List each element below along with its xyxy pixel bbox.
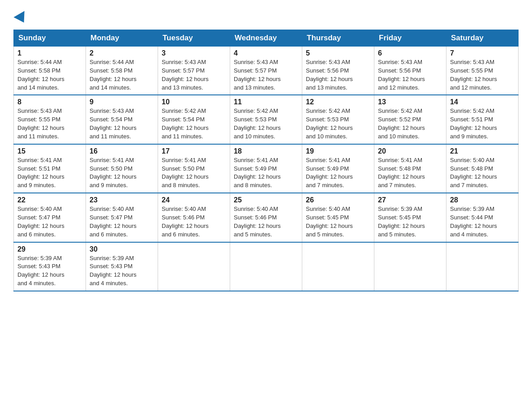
calendar-cell: 3Sunrise: 5:43 AM Sunset: 5:57 PM Daylig… bbox=[158, 47, 230, 95]
weekday-header-friday: Friday bbox=[374, 30, 446, 47]
day-number: 7 bbox=[450, 49, 515, 57]
calendar-cell: 13Sunrise: 5:42 AM Sunset: 5:52 PM Dayli… bbox=[374, 95, 446, 144]
day-info: Sunrise: 5:40 AM Sunset: 5:45 PM Dayligh… bbox=[306, 205, 370, 239]
day-info: Sunrise: 5:43 AM Sunset: 5:56 PM Dayligh… bbox=[306, 58, 370, 92]
day-info: Sunrise: 5:41 AM Sunset: 5:50 PM Dayligh… bbox=[90, 156, 154, 190]
day-info: Sunrise: 5:40 AM Sunset: 5:46 PM Dayligh… bbox=[234, 205, 298, 239]
day-number: 4 bbox=[234, 49, 298, 57]
day-info: Sunrise: 5:42 AM Sunset: 5:51 PM Dayligh… bbox=[450, 107, 515, 141]
day-number: 3 bbox=[162, 49, 226, 57]
weekday-header-tuesday: Tuesday bbox=[158, 30, 230, 47]
day-info: Sunrise: 5:41 AM Sunset: 5:51 PM Dayligh… bbox=[17, 156, 82, 190]
day-number: 26 bbox=[306, 196, 370, 204]
calendar-cell: 1Sunrise: 5:44 AM Sunset: 5:58 PM Daylig… bbox=[14, 47, 86, 95]
day-info: Sunrise: 5:42 AM Sunset: 5:53 PM Dayligh… bbox=[306, 107, 370, 141]
calendar-cell bbox=[158, 242, 230, 291]
calendar-cell: 30Sunrise: 5:39 AM Sunset: 5:43 PM Dayli… bbox=[86, 242, 158, 291]
weekday-header-saturday: Saturday bbox=[446, 30, 519, 47]
day-info: Sunrise: 5:41 AM Sunset: 5:49 PM Dayligh… bbox=[306, 156, 370, 190]
day-info: Sunrise: 5:39 AM Sunset: 5:43 PM Dayligh… bbox=[17, 254, 82, 288]
weekday-header-wednesday: Wednesday bbox=[230, 30, 302, 47]
calendar-week-row: 22Sunrise: 5:40 AM Sunset: 5:47 PM Dayli… bbox=[14, 193, 519, 242]
day-number: 10 bbox=[162, 98, 226, 106]
calendar-cell: 23Sunrise: 5:40 AM Sunset: 5:47 PM Dayli… bbox=[86, 193, 158, 242]
day-number: 2 bbox=[90, 49, 154, 57]
day-info: Sunrise: 5:43 AM Sunset: 5:55 PM Dayligh… bbox=[450, 58, 515, 92]
day-number: 18 bbox=[234, 147, 298, 155]
calendar-cell: 21Sunrise: 5:40 AM Sunset: 5:48 PM Dayli… bbox=[446, 144, 519, 193]
day-info: Sunrise: 5:43 AM Sunset: 5:54 PM Dayligh… bbox=[90, 107, 154, 141]
day-number: 17 bbox=[162, 147, 226, 155]
day-number: 28 bbox=[450, 196, 515, 204]
weekday-header-monday: Monday bbox=[86, 30, 158, 47]
calendar-cell: 10Sunrise: 5:42 AM Sunset: 5:54 PM Dayli… bbox=[158, 95, 230, 144]
day-number: 9 bbox=[90, 98, 154, 106]
header-area bbox=[13, 9, 519, 23]
day-info: Sunrise: 5:40 AM Sunset: 5:48 PM Dayligh… bbox=[450, 156, 515, 190]
day-number: 6 bbox=[378, 49, 442, 57]
calendar-cell: 18Sunrise: 5:41 AM Sunset: 5:49 PM Dayli… bbox=[230, 144, 302, 193]
day-info: Sunrise: 5:44 AM Sunset: 5:58 PM Dayligh… bbox=[17, 58, 82, 92]
day-number: 16 bbox=[90, 147, 154, 155]
calendar-cell bbox=[230, 242, 302, 291]
calendar-cell: 7Sunrise: 5:43 AM Sunset: 5:55 PM Daylig… bbox=[446, 47, 519, 95]
day-number: 23 bbox=[90, 196, 154, 204]
day-info: Sunrise: 5:41 AM Sunset: 5:48 PM Dayligh… bbox=[378, 156, 442, 190]
day-info: Sunrise: 5:40 AM Sunset: 5:46 PM Dayligh… bbox=[162, 205, 226, 239]
day-info: Sunrise: 5:42 AM Sunset: 5:54 PM Dayligh… bbox=[162, 107, 226, 141]
calendar-cell: 22Sunrise: 5:40 AM Sunset: 5:47 PM Dayli… bbox=[14, 193, 86, 242]
weekday-header-row: SundayMondayTuesdayWednesdayThursdayFrid… bbox=[14, 30, 519, 47]
logo-triangle-icon bbox=[13, 11, 29, 26]
day-info: Sunrise: 5:41 AM Sunset: 5:50 PM Dayligh… bbox=[162, 156, 226, 190]
calendar-cell: 17Sunrise: 5:41 AM Sunset: 5:50 PM Dayli… bbox=[158, 144, 230, 193]
calendar-cell: 20Sunrise: 5:41 AM Sunset: 5:48 PM Dayli… bbox=[374, 144, 446, 193]
calendar-cell: 28Sunrise: 5:39 AM Sunset: 5:44 PM Dayli… bbox=[446, 193, 519, 242]
calendar-cell: 4Sunrise: 5:43 AM Sunset: 5:57 PM Daylig… bbox=[230, 47, 302, 95]
calendar-cell: 16Sunrise: 5:41 AM Sunset: 5:50 PM Dayli… bbox=[86, 144, 158, 193]
day-info: Sunrise: 5:43 AM Sunset: 5:56 PM Dayligh… bbox=[378, 58, 442, 92]
calendar-cell: 19Sunrise: 5:41 AM Sunset: 5:49 PM Dayli… bbox=[302, 144, 374, 193]
weekday-header-sunday: Sunday bbox=[14, 30, 86, 47]
day-number: 27 bbox=[378, 196, 442, 204]
day-info: Sunrise: 5:40 AM Sunset: 5:47 PM Dayligh… bbox=[17, 205, 82, 239]
day-number: 20 bbox=[378, 147, 442, 155]
calendar-week-row: 15Sunrise: 5:41 AM Sunset: 5:51 PM Dayli… bbox=[14, 144, 519, 193]
calendar-cell bbox=[302, 242, 374, 291]
calendar-cell: 9Sunrise: 5:43 AM Sunset: 5:54 PM Daylig… bbox=[86, 95, 158, 144]
day-number: 29 bbox=[17, 245, 82, 253]
day-number: 15 bbox=[17, 147, 82, 155]
day-number: 11 bbox=[234, 98, 298, 106]
logo bbox=[13, 13, 28, 23]
day-number: 14 bbox=[450, 98, 515, 106]
calendar-cell: 8Sunrise: 5:43 AM Sunset: 5:55 PM Daylig… bbox=[14, 95, 86, 144]
day-number: 5 bbox=[306, 49, 370, 57]
day-number: 22 bbox=[17, 196, 82, 204]
day-info: Sunrise: 5:43 AM Sunset: 5:55 PM Dayligh… bbox=[17, 107, 82, 141]
day-number: 12 bbox=[306, 98, 370, 106]
day-info: Sunrise: 5:39 AM Sunset: 5:45 PM Dayligh… bbox=[378, 205, 442, 239]
calendar-cell: 5Sunrise: 5:43 AM Sunset: 5:56 PM Daylig… bbox=[302, 47, 374, 95]
calendar-cell: 12Sunrise: 5:42 AM Sunset: 5:53 PM Dayli… bbox=[302, 95, 374, 144]
day-info: Sunrise: 5:39 AM Sunset: 5:44 PM Dayligh… bbox=[450, 205, 515, 239]
day-info: Sunrise: 5:39 AM Sunset: 5:43 PM Dayligh… bbox=[90, 254, 154, 288]
day-number: 1 bbox=[17, 49, 82, 57]
calendar-cell: 11Sunrise: 5:42 AM Sunset: 5:53 PM Dayli… bbox=[230, 95, 302, 144]
calendar-cell: 24Sunrise: 5:40 AM Sunset: 5:46 PM Dayli… bbox=[158, 193, 230, 242]
calendar-cell: 26Sunrise: 5:40 AM Sunset: 5:45 PM Dayli… bbox=[302, 193, 374, 242]
calendar-table: SundayMondayTuesdayWednesdayThursdayFrid… bbox=[13, 30, 519, 291]
day-info: Sunrise: 5:40 AM Sunset: 5:47 PM Dayligh… bbox=[90, 205, 154, 239]
calendar-week-row: 8Sunrise: 5:43 AM Sunset: 5:55 PM Daylig… bbox=[14, 95, 519, 144]
day-info: Sunrise: 5:43 AM Sunset: 5:57 PM Dayligh… bbox=[162, 58, 226, 92]
calendar-cell: 25Sunrise: 5:40 AM Sunset: 5:46 PM Dayli… bbox=[230, 193, 302, 242]
calendar-week-row: 1Sunrise: 5:44 AM Sunset: 5:58 PM Daylig… bbox=[14, 47, 519, 95]
day-info: Sunrise: 5:42 AM Sunset: 5:53 PM Dayligh… bbox=[234, 107, 298, 141]
day-info: Sunrise: 5:42 AM Sunset: 5:52 PM Dayligh… bbox=[378, 107, 442, 141]
calendar-cell: 14Sunrise: 5:42 AM Sunset: 5:51 PM Dayli… bbox=[446, 95, 519, 144]
calendar-cell bbox=[446, 242, 519, 291]
calendar-week-row: 29Sunrise: 5:39 AM Sunset: 5:43 PM Dayli… bbox=[14, 242, 519, 291]
day-number: 8 bbox=[17, 98, 82, 106]
day-number: 25 bbox=[234, 196, 298, 204]
weekday-header-thursday: Thursday bbox=[302, 30, 374, 47]
calendar-cell: 2Sunrise: 5:44 AM Sunset: 5:58 PM Daylig… bbox=[86, 47, 158, 95]
calendar-cell: 15Sunrise: 5:41 AM Sunset: 5:51 PM Dayli… bbox=[14, 144, 86, 193]
